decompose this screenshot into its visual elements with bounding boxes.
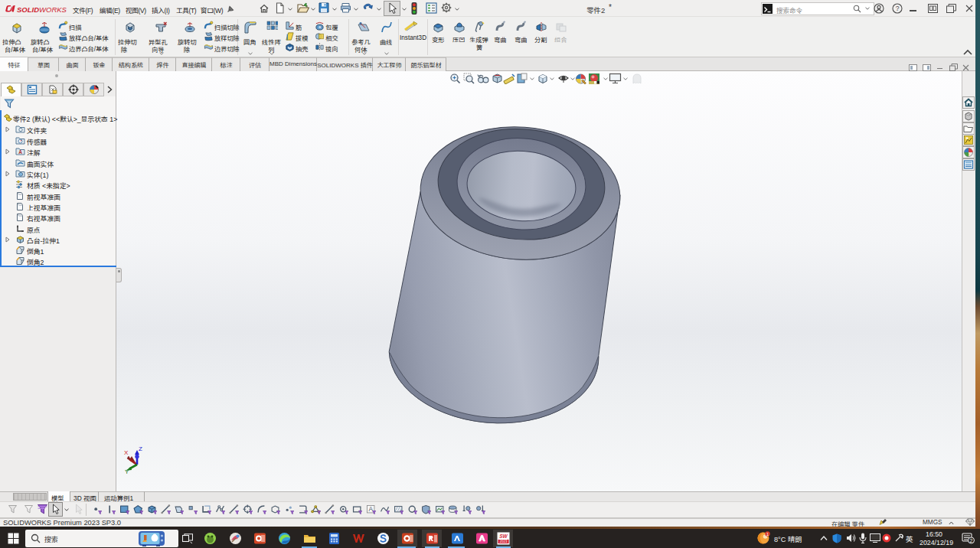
svg-text:SOLIDWORKS: SOLIDWORKS: [17, 5, 67, 14]
svg-text:1: 1: [766, 532, 769, 537]
svg-text:SW: SW: [499, 533, 508, 539]
svg-text:X: X: [124, 449, 129, 456]
svg-text:2023: 2023: [499, 540, 508, 543]
svg-text:A: A: [368, 505, 373, 513]
svg-text:Y: Y: [125, 468, 129, 475]
svg-text:A: A: [18, 149, 22, 155]
svg-text:2: 2: [970, 538, 973, 543]
svg-text:?: ?: [896, 5, 900, 12]
svg-text:Z: Z: [139, 445, 142, 452]
